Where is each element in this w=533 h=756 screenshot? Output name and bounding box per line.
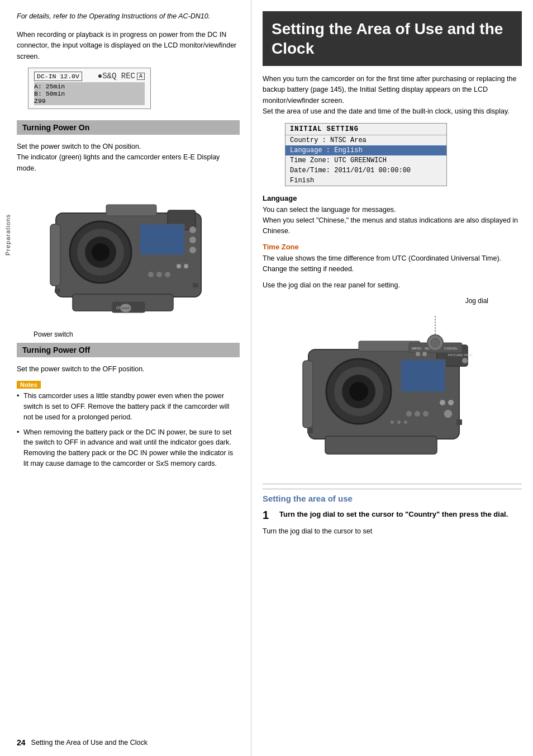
camera-svg-left: ON OFF: [39, 179, 218, 325]
turning-power-off-body: Set the power switch to the OFF position…: [17, 364, 240, 375]
step1-container: 1 Turn the jog dial to set the cursor to…: [263, 509, 522, 522]
svg-rect-53: [307, 428, 313, 433]
svg-point-19: [165, 272, 170, 277]
sidebar-preparations-label: Preparations: [2, 179, 13, 291]
rec-box: A: [137, 73, 145, 80]
initial-setting-row-4: Finish: [285, 176, 446, 186]
page-footer: 24 Setting the Area of Use and the Clock: [17, 738, 147, 747]
body-text-dc-in: When recording or playback is in progres…: [17, 30, 240, 62]
svg-point-46: [406, 411, 412, 417]
svg-point-44: [462, 358, 468, 363]
svg-point-38: [431, 338, 440, 347]
svg-point-4: [92, 243, 110, 261]
language-subheading: Language: [263, 194, 522, 202]
notes-label: Notes: [17, 381, 41, 389]
turning-power-on-body: Set the power switch to the ON position.…: [17, 141, 240, 174]
initial-setting-title: INITIAL SETTING: [285, 124, 446, 135]
setting-area-heading: Setting the area of use: [263, 489, 522, 503]
svg-point-17: [148, 272, 154, 277]
svg-point-28: [349, 382, 368, 401]
svg-point-18: [156, 272, 162, 277]
svg-rect-6: [106, 205, 156, 216]
camera-illustration-left: ON OFF: [39, 179, 218, 325]
jog-dial-label: Jog dial: [263, 297, 488, 305]
left-column: For details, refer to the Operating Inst…: [0, 0, 251, 756]
svg-point-10: [189, 237, 196, 243]
svg-point-50: [448, 400, 454, 405]
svg-rect-31: [303, 361, 313, 428]
initial-setting-row-0: Country : NTSC Area: [285, 135, 446, 145]
dc-lines: A: 25min B: 50min Z99: [34, 82, 145, 105]
time-zone-body: The value shows the time difference from…: [263, 253, 522, 275]
language-body: You can select the language for messages…: [263, 205, 522, 237]
sqrec-label: ●S&Q REC A: [98, 72, 145, 81]
intro-italic-text: For details, refer to the Operating Inst…: [17, 11, 240, 22]
svg-rect-22: [55, 289, 60, 293]
initial-setting-row-3: Date/Time: 2011/01/01 00:00:00: [285, 166, 446, 176]
camera-illustration-right: MENU SEL/SET CANCEL A B PICTURE PROF: [297, 310, 487, 478]
svg-point-55: [391, 420, 394, 424]
right-body1: When you turn the camcorder on for the f…: [263, 74, 522, 117]
step1-text: Turn the jog dial to set the cursor to "…: [279, 509, 508, 520]
svg-rect-7: [50, 224, 60, 286]
footer-page-text: Setting the Area of Use and the Clock: [31, 739, 147, 746]
svg-point-20: [177, 264, 181, 268]
svg-point-21: [184, 264, 188, 268]
svg-text:MENU: MENU: [412, 347, 422, 350]
svg-point-48: [423, 411, 429, 417]
svg-rect-23: [193, 283, 198, 287]
main-title: Setting the Area of Use and the Clock: [263, 11, 522, 66]
area-divider: [263, 484, 522, 484]
initial-setting-box: INITIAL SETTING Country : NTSC Area Lang…: [285, 123, 447, 186]
svg-point-9: [189, 226, 196, 233]
turning-power-off-heading: Turning Power Off: [17, 343, 240, 357]
svg-text:CANCEL: CANCEL: [444, 347, 458, 350]
power-switch-label: Power switch: [34, 330, 240, 338]
svg-text:PICTURE PROF: PICTURE PROF: [448, 353, 473, 357]
dc-in-display: DC-IN 12.0V ●S&Q REC A A: 25min B: 50min…: [28, 68, 151, 109]
page-number: 24: [17, 738, 26, 747]
note-item-1: This camcorder uses a little standby pow…: [17, 391, 240, 422]
svg-rect-54: [456, 419, 462, 425]
right-column: Setting the Area of Use and the Clock Wh…: [251, 0, 533, 756]
svg-point-11: [189, 247, 196, 253]
camera-svg-right: MENU SEL/SET CANCEL A B PICTURE PROF: [297, 310, 487, 478]
dc-line3: Z99: [34, 97, 145, 105]
svg-point-47: [415, 411, 420, 417]
initial-setting-row-1: Language : English: [285, 145, 446, 155]
svg-rect-32: [401, 360, 445, 392]
dc-line2: B: 50min: [34, 90, 145, 97]
turning-power-on-heading: Turning Power On: [17, 120, 240, 135]
sqrec-dot: ●S&Q REC: [98, 72, 135, 81]
svg-rect-45: [325, 436, 437, 454]
initial-setting-row-2: Time Zone: UTC GREENWICH: [285, 155, 446, 166]
svg-point-51: [444, 409, 453, 418]
dc-line1: A: 25min: [34, 83, 145, 90]
dc-in-label: DC-IN 12.0V: [34, 72, 82, 81]
svg-point-42: [416, 352, 420, 356]
use-jog-text: Use the jog dial on the rear panel for s…: [263, 280, 522, 291]
step1-number: 1: [263, 509, 274, 522]
svg-point-56: [397, 420, 401, 424]
svg-rect-8: [140, 224, 184, 255]
time-zone-subheading: Time Zone: [263, 243, 522, 251]
note-item-2: When removing the battery pack or the DC…: [17, 427, 240, 469]
turn-jog-text: Turn the jog dial to the cursor to set: [263, 526, 522, 537]
notes-list: This camcorder uses a little standby pow…: [17, 391, 240, 469]
svg-point-57: [404, 420, 407, 424]
svg-point-49: [440, 400, 445, 405]
svg-point-43: [422, 352, 427, 356]
